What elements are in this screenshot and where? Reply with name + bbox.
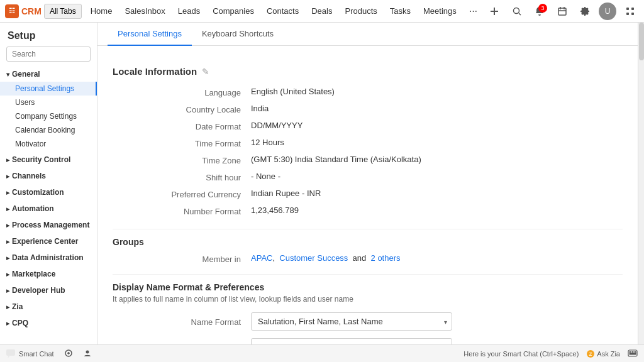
- sidebar-section-marketplace-header[interactable]: ▸ Marketplace: [0, 266, 97, 282]
- chevron-right-icon-cpq: ▸: [6, 320, 9, 327]
- locale-value-currency: Indian Rupee - INR: [251, 189, 321, 198]
- chevron-right-icon-data: ▸: [6, 255, 9, 261]
- nav-item-leads[interactable]: Leads: [172, 0, 206, 23]
- sidebar-item-company-settings[interactable]: Company Settings: [0, 109, 97, 123]
- bottom-bar-right: Here is your Smart Chat (Ctrl+Space) Z A…: [464, 349, 638, 358]
- sidebar-section-security: ▸ Security Control: [0, 152, 97, 167]
- nav-item-products[interactable]: Products: [338, 0, 383, 23]
- display-name-title: Display Name Format & Preferences: [113, 282, 623, 292]
- locale-section-header: Locale Information ✎: [113, 56, 623, 77]
- locale-row-shift: Shift hour - None -: [113, 172, 623, 182]
- nav-item-deals[interactable]: Deals: [305, 0, 338, 23]
- locale-value-time: 12 Hours: [251, 138, 284, 147]
- sidebar-section-zia: ▸ Zia: [0, 299, 97, 314]
- sidebar-section-security-label: Security Control: [12, 155, 70, 164]
- nav-right-icons: 3 U: [486, 3, 639, 20]
- tab-keyboard-shortcuts[interactable]: Keyboard Shortcuts: [192, 23, 284, 46]
- locale-label-shift: Shift hour: [113, 172, 251, 182]
- sidebar-section-process-label: Process Management: [12, 221, 89, 229]
- search-button[interactable]: [508, 3, 526, 20]
- nav-item-other[interactable]: ⋯: [463, 0, 484, 23]
- edit-icon[interactable]: ✎: [202, 67, 209, 77]
- locale-value-country: India: [251, 104, 269, 113]
- name-format-select-wrapper: Salutation, First Name, Last NameFirst N…: [251, 312, 452, 331]
- display-name-format-label: Name Format: [113, 316, 251, 327]
- user-avatar[interactable]: U: [599, 3, 616, 20]
- zia-icon: Z: [586, 349, 595, 358]
- sidebar-section-automation-header[interactable]: ▸ Automation: [0, 201, 97, 216]
- groups-link-customer-success[interactable]: Customer Success: [279, 253, 348, 263]
- sidebar-section-channels-header[interactable]: ▸ Channels: [0, 168, 97, 184]
- all-tabs-button[interactable]: All Tabs: [44, 4, 82, 19]
- sidebar-section-zia-header[interactable]: ▸ Zia: [0, 299, 97, 314]
- nav-item-tasks[interactable]: Tasks: [384, 0, 417, 23]
- nav-item-meetings[interactable]: Meetings: [417, 0, 463, 23]
- locale-row-date: Date Format DD/MM/YYYY: [113, 121, 623, 131]
- sidebar-section-developer-label: Developer Hub: [12, 286, 65, 295]
- sidebar-section-process-header[interactable]: ▸ Process Management: [0, 217, 97, 233]
- sidebar-item-personal-settings[interactable]: Personal Settings: [0, 82, 97, 96]
- groups-and-text: and: [353, 253, 367, 263]
- locale-row-country: Country Locale India: [113, 104, 623, 114]
- svg-rect-9: [631, 8, 634, 10]
- zia-ask-button[interactable]: Z Ask Zia: [586, 349, 620, 358]
- sort-order-select[interactable]: First Name, Last NameLast Name, First Na…: [251, 338, 452, 344]
- scroll-track[interactable]: [638, 23, 644, 344]
- sidebar-section-customization-header[interactable]: ▸ Customization: [0, 185, 97, 200]
- sidebar-section-security-header[interactable]: ▸ Security Control: [0, 152, 97, 167]
- tab-personal-settings[interactable]: Personal Settings: [108, 23, 192, 46]
- crm-logo: ☷ CRM: [5, 4, 42, 18]
- sidebar-section-data-header[interactable]: ▸ Data Administration: [0, 250, 97, 265]
- locale-value-number: 1,23,456.789: [251, 206, 299, 215]
- sidebar-section-marketplace: ▸ Marketplace: [0, 266, 97, 282]
- sidebar-section-automation-label: Automation: [12, 204, 54, 213]
- sidebar-section-experience-header[interactable]: ▸ Experience Center: [0, 234, 97, 249]
- sidebar-section-marketplace-label: Marketplace: [12, 270, 55, 278]
- keyboard-icon: [628, 349, 638, 357]
- nav-item-companies[interactable]: Companies: [206, 0, 260, 23]
- locale-label-timezone: Time Zone: [113, 155, 251, 165]
- setup-title: Setup: [0, 23, 97, 47]
- nav-item-home[interactable]: Home: [84, 0, 119, 23]
- locale-label-time: Time Format: [113, 138, 251, 148]
- sidebar-section-developer-header[interactable]: ▸ Developer Hub: [0, 283, 97, 298]
- sidebar-item-motivator[interactable]: Motivator: [0, 137, 97, 151]
- smart-chat-area[interactable]: Smart Chat: [6, 349, 54, 358]
- content-inner: Locale Information ✎ Language English (U…: [97, 46, 638, 344]
- sort-order-select-wrapper: First Name, Last NameLast Name, First Na…: [251, 338, 452, 344]
- content-area: Personal Settings Keyboard Shortcuts Loc…: [97, 23, 638, 344]
- channels-icon-btn[interactable]: [64, 349, 73, 359]
- chat-hint-text: Here is your Smart Chat (Ctrl+Space): [464, 350, 579, 358]
- smart-chat-icon: [6, 349, 15, 358]
- create-button[interactable]: [486, 3, 503, 20]
- name-format-select[interactable]: Salutation, First Name, Last NameFirst N…: [251, 312, 452, 331]
- sidebar-section-customization: ▸ Customization: [0, 185, 97, 200]
- nav-item-contacts[interactable]: Contacts: [260, 0, 305, 23]
- apps-grid-button[interactable]: [621, 3, 639, 20]
- locale-label-language: Language: [113, 87, 251, 97]
- sidebar-item-calendar-booking[interactable]: Calendar Booking: [0, 123, 97, 137]
- groups-member-label: Member in: [113, 253, 251, 264]
- svg-text:Z: Z: [589, 351, 592, 357]
- groups-link-apac[interactable]: APAC: [251, 253, 272, 263]
- settings-button[interactable]: [576, 3, 594, 20]
- calendar-button[interactable]: [553, 3, 571, 20]
- svg-rect-20: [635, 351, 636, 353]
- sidebar-section-general-label: General: [12, 70, 40, 79]
- svg-rect-18: [630, 351, 631, 353]
- notifications-button[interactable]: 3: [531, 3, 548, 20]
- sidebar-item-users[interactable]: Users: [0, 96, 97, 109]
- sidebar-section-general-header[interactable]: ▾ General: [0, 67, 97, 82]
- keyboard-icon-btn[interactable]: [628, 349, 638, 358]
- contacts-icon-btn[interactable]: [83, 349, 92, 359]
- locale-section-title: Locale Information: [113, 66, 197, 77]
- nav-item-salesinbox[interactable]: SalesInbox: [118, 0, 171, 23]
- sidebar-search-input[interactable]: [6, 47, 91, 62]
- svg-rect-22: [631, 353, 635, 354]
- chevron-right-icon-market: ▸: [6, 271, 9, 278]
- sidebar-section-cpq-header[interactable]: ▸ CPQ: [0, 315, 97, 331]
- groups-others-link[interactable]: 2 others: [371, 253, 401, 263]
- display-name-format-row: Name Format Salutation, First Name, Last…: [113, 312, 623, 331]
- sidebar-section-experience: ▸ Experience Center: [0, 234, 97, 249]
- chevron-down-icon: ▾: [6, 71, 9, 78]
